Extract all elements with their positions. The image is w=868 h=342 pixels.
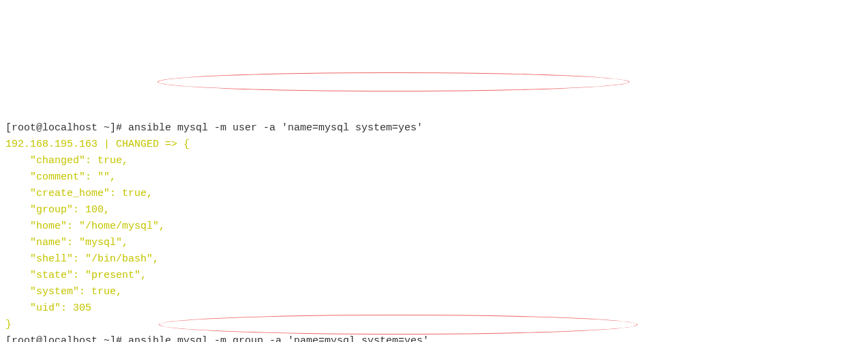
output-close-brace: } [5, 319, 12, 330]
output-line: "create_home": true, [5, 188, 153, 199]
output-line: "name": "mysql", [5, 237, 128, 248]
highlight-ellipse-1 [158, 72, 629, 91]
output-line: "state": "present", [5, 270, 147, 281]
result-header-changed: 192.168.195.163 | CHANGED => { [5, 139, 190, 150]
output-line: "group": 100, [5, 204, 110, 216]
shell-prompt: [root@localhost ~]# [5, 335, 128, 342]
output-line: "uid": 305 [5, 302, 91, 314]
output-line: "home": "/home/mysql", [5, 220, 165, 232]
command-text: ansible mysql -m user -a 'name=mysql sys… [128, 122, 423, 134]
terminal-output: [root@localhost ~]# ansible mysql -m use… [5, 71, 863, 342]
command-text: ansible mysql -m group -a 'name=mysql sy… [128, 335, 429, 342]
output-line: "comment": "", [5, 171, 116, 183]
output-line: "changed": true, [5, 155, 128, 167]
shell-prompt: [root@localhost ~]# [5, 122, 128, 134]
highlight-ellipse-2 [159, 315, 638, 334]
output-line: "system": true, [5, 286, 122, 298]
output-line: "shell": "/bin/bash", [5, 253, 159, 265]
